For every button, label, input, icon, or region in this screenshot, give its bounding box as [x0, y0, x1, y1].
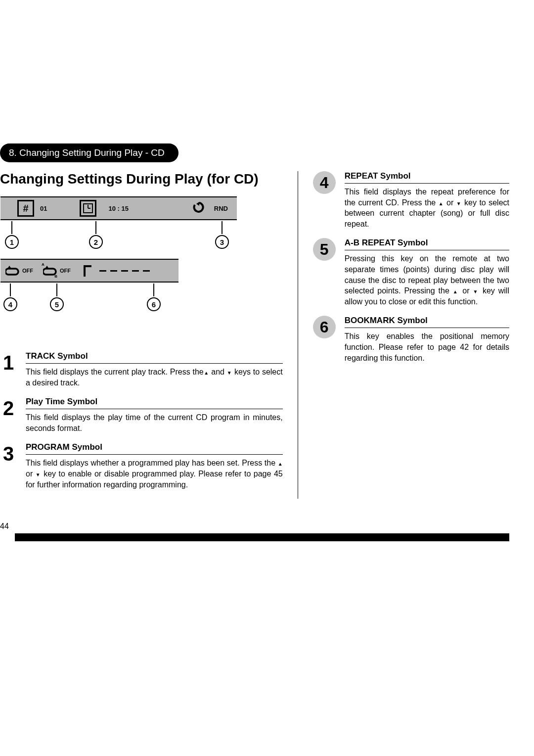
mode-value: RND: [214, 205, 228, 212]
cd-display-1: # 01 10 : 15: [0, 196, 237, 220]
page: 8. Changing Setting During Play - CD Cha…: [0, 0, 534, 566]
display-row-1: # 01 10 : 15: [0, 196, 237, 249]
item-body: PROGRAM Symbol This field displays wheth…: [26, 442, 283, 490]
item-number: 3: [0, 442, 17, 465]
up-arrow-icon: [278, 459, 283, 467]
item-1: 1 TRACK Symbol This field displays the c…: [0, 351, 283, 388]
item-body: A-B REPEAT Symbol Pressing this key on t…: [345, 238, 509, 307]
item-number: 2: [0, 397, 17, 420]
down-arrow-icon: [473, 286, 479, 295]
item-number: 1: [0, 351, 17, 374]
item-title: TRACK Symbol: [26, 351, 283, 364]
up-arrow-icon: [453, 286, 459, 295]
footer: 44: [0, 514, 509, 541]
repeat-value: OFF: [22, 268, 33, 274]
down-arrow-icon: [227, 368, 232, 376]
item-2: 2 Play Time Symbol This field displays t…: [0, 397, 283, 433]
item-3: 3 PROGRAM Symbol This field displays whe…: [0, 442, 283, 490]
page-number: 44: [0, 522, 9, 531]
time-value: 10 : 15: [108, 205, 128, 212]
track-value: 01: [40, 205, 47, 212]
right-column: 4 REPEAT Symbol This field displays the …: [298, 171, 509, 499]
ab-repeat-value: OFF: [60, 268, 71, 274]
connector-line: [153, 284, 154, 296]
ab-repeat-icon: A B: [43, 264, 57, 278]
svg-marker-4: [7, 266, 11, 269]
connector-line: [56, 284, 57, 296]
cd-display-2: OFF A B OFF: [0, 259, 178, 283]
callout-4: 4: [3, 297, 17, 311]
repeat-icon: [5, 264, 19, 278]
two-columns: Changing Settings During Play (for CD) #…: [0, 171, 509, 499]
up-arrow-icon: [204, 368, 209, 376]
svg-marker-3: [196, 202, 199, 206]
clock-icon: [80, 200, 96, 217]
item-title: A-B REPEAT Symbol: [345, 238, 509, 250]
item-4: 4 REPEAT Symbol This field displays the …: [313, 171, 509, 229]
connector-line: [10, 284, 11, 296]
page-title: Changing Settings During Play (for CD): [0, 171, 283, 187]
svg-marker-5: [45, 266, 49, 269]
connector-line: [11, 221, 12, 234]
display-row-2: OFF A B OFF: [0, 258, 179, 312]
down-arrow-icon: [456, 198, 462, 207]
item-text: This field displays the current play tra…: [26, 367, 283, 388]
item-6: 6 BOOKMARK Symbol This key enables the p…: [313, 316, 509, 363]
item-title: Play Time Symbol: [26, 397, 283, 409]
down-arrow-icon: [36, 470, 41, 478]
connector-line: [95, 221, 96, 234]
callout-2: 2: [89, 235, 103, 249]
section-pill: 8. Changing Setting During Play - CD: [0, 143, 178, 162]
item-body: TRACK Symbol This field displays the cur…: [26, 351, 283, 388]
left-column: Changing Settings During Play (for CD) #…: [0, 171, 283, 499]
up-arrow-icon: [439, 198, 444, 207]
callout-3: 3: [215, 235, 229, 249]
item-text: This field displays the repeat preferenc…: [345, 187, 509, 229]
item-body: BOOKMARK Symbol This key enables the pos…: [345, 316, 509, 363]
item-text: This key enables the positional memory f…: [345, 331, 509, 363]
item-text: This field displays the play time of the…: [26, 412, 283, 433]
track-icon: #: [17, 200, 34, 217]
callout-5: 5: [50, 297, 64, 311]
shuffle-icon: [192, 201, 206, 215]
item-text: Pressing this key on the remote at two s…: [345, 253, 509, 307]
callout-6: 6: [147, 297, 161, 311]
item-number: 5: [313, 238, 336, 261]
item-title: REPEAT Symbol: [345, 171, 509, 184]
connector-line: [222, 221, 222, 234]
item-title: BOOKMARK Symbol: [345, 316, 509, 328]
callout-1: 1: [5, 235, 19, 249]
item-number: 6: [313, 316, 336, 338]
item-5: 5 A-B REPEAT Symbol Pressing this key on…: [313, 238, 509, 307]
item-title: PROGRAM Symbol: [26, 442, 283, 455]
display-diagrams: # 01 10 : 15: [0, 196, 237, 312]
item-body: Play Time Symbol This field displays the…: [26, 397, 283, 433]
footer-bar: [15, 533, 509, 541]
item-body: REPEAT Symbol This field displays the re…: [345, 171, 509, 229]
item-text: This field displays whether a programmed…: [26, 458, 283, 490]
bookmark-icon: [81, 264, 94, 278]
item-number: 4: [313, 171, 336, 194]
